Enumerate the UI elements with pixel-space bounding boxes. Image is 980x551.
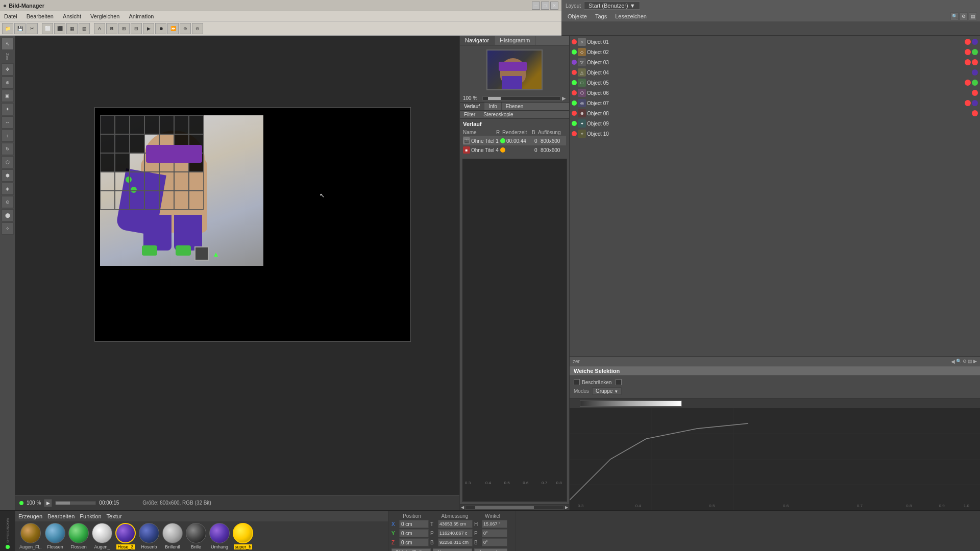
z-value[interactable]: 0 cm [399, 538, 429, 546]
y-value[interactable]: 0 cm [399, 529, 429, 537]
sub-tab-ebenen[interactable]: Ebenen [502, 103, 527, 110]
mat-flossen-1[interactable]: Flossen [45, 523, 65, 549]
mat-menu-erzeugen[interactable]: Erzeugen [18, 513, 42, 519]
tool-10[interactable]: ⬢ [2, 169, 14, 182]
beschranken-checkbox[interactable] [574, 379, 580, 385]
tb-btn-16[interactable]: ⊖ [192, 23, 203, 34]
tool-5[interactable]: ✦ [2, 103, 14, 115]
panel-expand[interactable]: ▶ [973, 359, 977, 364]
zoom-expand-btn[interactable]: ▶ [562, 95, 566, 101]
close-btn[interactable]: ✕ [550, 2, 558, 10]
nav-scroll-right[interactable]: ▶ [565, 505, 568, 510]
obj-row-2[interactable]: ◇ Object 02 [570, 47, 980, 57]
mat-umhang[interactable]: Umhang [209, 523, 230, 549]
top-menu-tags[interactable]: Tags [592, 13, 610, 19]
tb-btn-1[interactable]: 📁 [2, 23, 13, 34]
nav-scroll-left[interactable]: ◀ [461, 505, 464, 510]
tool-select[interactable]: ↖ [2, 38, 14, 50]
p2-value[interactable]: 0° [482, 529, 507, 537]
bild-menu-datei[interactable]: Datei [2, 13, 19, 19]
mat-menu-bearbeiten[interactable]: Bearbeiten [47, 513, 75, 519]
mat-hosenb[interactable]: Hosenb [139, 523, 159, 549]
obj-row-1[interactable]: ○ Object 01 [570, 37, 980, 47]
h-value[interactable]: 15.067 ° [482, 520, 507, 528]
abmessung-btn[interactable]: Abmessung▼ [433, 548, 472, 551]
tool-8[interactable]: ↻ [2, 143, 14, 155]
obj-row-10[interactable]: ✧ Object 10 [570, 129, 980, 139]
minimize-btn[interactable]: ─ [532, 2, 540, 10]
obj-panel-search-icon[interactable]: 🔍 [950, 12, 959, 20]
maximize-btn[interactable]: □ [541, 2, 549, 10]
obj-panel-layout-icon[interactable]: ▤ [969, 12, 977, 20]
panel-search[interactable]: 🔍 [956, 359, 962, 364]
tool-4[interactable]: ▣ [2, 90, 14, 102]
tb-btn-7[interactable]: ▧ [79, 23, 90, 34]
timeline-progress[interactable] [55, 501, 96, 505]
zoom-track[interactable] [482, 96, 560, 101]
mat-brille[interactable]: Brille [186, 523, 206, 549]
tab-histogramm[interactable]: Histogramm [495, 36, 535, 45]
mat-augen[interactable]: Augen_ [92, 523, 112, 549]
tb-btn-13[interactable]: ⏺ [155, 23, 166, 34]
b-value[interactable]: 92258.011 cm [438, 538, 473, 546]
beschranken-checkbox2[interactable] [616, 379, 622, 385]
tool-6[interactable]: ↔ [2, 116, 14, 129]
tool-11[interactable]: ◈ [2, 183, 14, 195]
mat-hose-3[interactable]: Hose_3 [115, 523, 136, 549]
filter-tab[interactable]: Filter [460, 111, 479, 118]
panel-gear[interactable]: ⚙ [963, 359, 967, 364]
tool-7[interactable]: ↕ [2, 130, 14, 142]
tool-3[interactable]: ⊕ [2, 77, 14, 89]
panel-arrow-left[interactable]: ◀ [951, 359, 955, 364]
obj-row-4[interactable]: △ Object 04 [570, 67, 980, 78]
tool-12[interactable]: ⊙ [2, 196, 14, 208]
bild-menu-ansicht[interactable]: Ansicht [61, 13, 83, 19]
obj-row-3[interactable]: ▽ Object 03 [570, 57, 980, 67]
obj-row-8[interactable]: ⊕ Object 08 [570, 108, 980, 118]
tool-13[interactable]: ⬤ [2, 209, 14, 221]
tb-btn-8[interactable]: A [94, 23, 105, 34]
panel-layout-icon2[interactable]: ▤ [968, 359, 972, 364]
tb-btn-12[interactable]: ▶ [143, 23, 154, 34]
mat-menu-textur[interactable]: Textur [107, 513, 122, 519]
sub-tab-verlauf[interactable]: Verlauf [460, 103, 484, 110]
x-value[interactable]: 0 cm [399, 520, 429, 528]
tb-btn-15[interactable]: ⊕ [180, 23, 191, 34]
b2-value[interactable]: 0° [482, 538, 507, 546]
stereoskopie-tab[interactable]: Stereoskopie [479, 111, 517, 118]
tool-9[interactable]: ⬡ [2, 156, 14, 168]
verlauf-row-2[interactable]: ■ Ohne Titel 4 0 800x600 [463, 145, 566, 155]
obj-row-9[interactable]: ✦ Object 09 [570, 118, 980, 129]
tb-btn-11[interactable]: ⊟ [131, 23, 142, 34]
mat-brillentl[interactable]: Brillentl [162, 523, 183, 549]
bild-menu-animation[interactable]: Animation [127, 13, 156, 19]
sub-tab-info[interactable]: Info [484, 103, 502, 110]
anwenden-btn[interactable]: Anwenden [474, 548, 507, 551]
obj-row-5[interactable]: □ Object 05 [570, 78, 980, 88]
tb-btn-9[interactable]: B [106, 23, 117, 34]
tool-2[interactable]: ✥ [2, 63, 14, 76]
bild-menu-vergleichen[interactable]: Vergleichen [88, 13, 122, 19]
tb-btn-6[interactable]: ▦ [66, 23, 78, 34]
obj-panel-gear-icon[interactable]: ⚙ [960, 12, 968, 20]
top-menu-lesezeichen[interactable]: Lesezeichen [612, 13, 650, 19]
tb-btn-5[interactable]: ⬛ [54, 23, 65, 34]
objekt-rel-btn[interactable]: Objekt (Rel)▼ [391, 548, 431, 551]
verlauf-row-1[interactable]: 🎬 Ohne Titel 1 * 00:00:44 0 800x600 [463, 136, 566, 145]
tb-btn-2[interactable]: 💾 [14, 23, 26, 34]
play-btn[interactable]: ▶ [44, 499, 52, 507]
mat-flossen-2[interactable]: Flossen [68, 523, 89, 549]
modus-dropdown[interactable]: Gruppe ▼ [592, 387, 622, 395]
mat-menu-funktion[interactable]: Funktion [80, 513, 101, 519]
tb-btn-3[interactable]: ✂ [27, 23, 38, 34]
obj-row-7[interactable]: ◎ Object 07 [570, 98, 980, 108]
bild-menu-bearbeiten[interactable]: Bearbeiten [24, 13, 56, 19]
tab-navigator[interactable]: Navigator [460, 36, 495, 45]
obj-row-6[interactable]: ⬡ Object 06 [570, 88, 980, 98]
mat-augen-flossen[interactable]: Augen_Fl... [19, 523, 42, 549]
tb-btn-4[interactable]: ⬜ [42, 23, 53, 34]
top-menu-objekte[interactable]: Objekte [565, 13, 590, 19]
tb-btn-14[interactable]: ⏩ [167, 23, 179, 34]
layout-dropdown[interactable]: Start (Benutzer) ▼ [584, 2, 640, 10]
p-value[interactable]: 116240.867 c [438, 529, 473, 537]
